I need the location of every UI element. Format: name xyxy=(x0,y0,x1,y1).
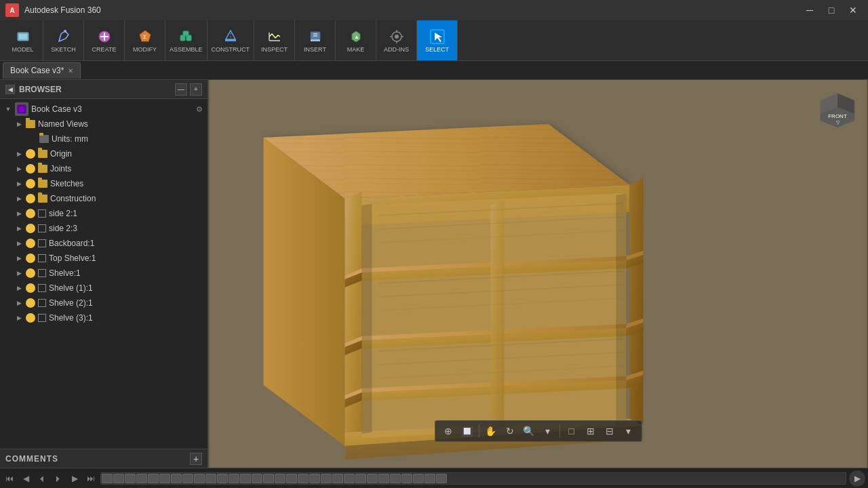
construction-expand-icon[interactable]: ▶ xyxy=(14,193,24,204)
browser-collapse-all-button[interactable]: — xyxy=(175,83,187,96)
named-views-expand-icon[interactable]: ▶ xyxy=(14,119,24,129)
timeline-thumb-30[interactable] xyxy=(436,474,447,483)
timeline-thumb-21[interactable] xyxy=(332,474,343,483)
tool-addins[interactable]: ADD-INS xyxy=(376,20,417,60)
timeline-thumb-28[interactable] xyxy=(413,474,424,483)
timeline-thumb-18[interactable] xyxy=(298,474,309,483)
topshelve-visibility-icon[interactable] xyxy=(26,253,35,263)
shelve31-visibility-icon[interactable] xyxy=(26,313,35,323)
timeline-thumb-5[interactable] xyxy=(148,474,159,483)
tool-modify[interactable]: Σ MODIFY xyxy=(125,20,165,60)
tree-item-side21[interactable]: ▶ side 2:1 xyxy=(0,206,208,221)
timeline-thumb-17[interactable] xyxy=(286,474,297,483)
tool-assemble[interactable]: ASSEMBLE xyxy=(165,20,208,60)
timeline-thumb-13[interactable] xyxy=(240,474,251,483)
timeline-thumb-4[interactable] xyxy=(136,474,147,483)
timeline-thumb-20[interactable] xyxy=(321,474,332,483)
tree-item-named-views[interactable]: ▶ Named Views xyxy=(0,117,208,131)
timeline-thumb-29[interactable] xyxy=(425,474,435,483)
shelve31-expand-icon[interactable]: ▶ xyxy=(14,312,24,323)
tree-item-construction[interactable]: ▶ Construction xyxy=(0,191,208,206)
sketches-expand-icon[interactable]: ▶ xyxy=(14,178,24,189)
construction-visibility-icon[interactable] xyxy=(26,194,35,203)
timeline-thumb-16[interactable] xyxy=(275,474,285,483)
timeline-last-button[interactable]: ⏭ xyxy=(84,472,98,485)
viewport[interactable]: FRONT ▽ ⊕ 🔲 ✋ ↻ 🔍 ▾ □ ⊞ ⊟ ▾ xyxy=(208,80,868,468)
maximize-button[interactable]: □ xyxy=(822,3,841,17)
timeline-thumb-22[interactable] xyxy=(344,474,355,483)
backboard-expand-icon[interactable]: ▶ xyxy=(14,238,24,249)
nav-shadows-button[interactable]: ⊟ xyxy=(601,422,618,440)
shelve11-visibility-icon[interactable] xyxy=(26,283,35,293)
timeline-track[interactable] xyxy=(100,472,846,485)
tree-item-topshelve[interactable]: ▶ Top Shelve:1 xyxy=(0,251,208,266)
timeline-thumb-23[interactable] xyxy=(355,474,366,483)
tool-make[interactable]: ▲ MAKE xyxy=(336,20,376,60)
tool-select[interactable]: SELECT xyxy=(417,20,458,60)
tool-create[interactable]: CREATE xyxy=(84,20,125,60)
timeline-thumb-7[interactable] xyxy=(171,474,182,483)
shelve21-expand-icon[interactable]: ▶ xyxy=(14,298,24,308)
nav-orbit-icon[interactable]: ↻ xyxy=(501,422,519,440)
minimize-button[interactable]: ─ xyxy=(800,3,819,17)
timeline-play-forward-button[interactable]: ⏵ xyxy=(52,472,65,485)
shelve21-visibility-icon[interactable] xyxy=(26,298,35,308)
shelve1-visibility-icon[interactable] xyxy=(26,268,35,278)
origin-visibility-icon[interactable] xyxy=(26,149,35,159)
side23-expand-icon[interactable]: ▶ xyxy=(14,223,24,234)
timeline-play-back-button[interactable]: ⏴ xyxy=(35,472,49,485)
tool-insert[interactable]: INSERT xyxy=(295,20,336,60)
nav-shadows-dropdown[interactable]: ▾ xyxy=(620,422,637,440)
timeline-thumb-14[interactable] xyxy=(252,474,262,483)
timeline-thumb-15[interactable] xyxy=(263,474,274,483)
timeline-thumb-3[interactable] xyxy=(125,474,136,483)
tool-model[interactable]: MODEL xyxy=(3,20,43,60)
origin-expand-icon[interactable]: ▶ xyxy=(14,148,24,159)
tool-sketch[interactable]: SKETCH xyxy=(43,20,84,60)
tree-item-origin[interactable]: ▶ Origin xyxy=(0,146,208,161)
timeline-thumb-2[interactable] xyxy=(113,474,124,483)
timeline-thumb-8[interactable] xyxy=(182,474,193,483)
timeline-thumb-19[interactable] xyxy=(309,474,320,483)
timeline-play-button[interactable]: ▶ xyxy=(849,470,865,487)
timeline-thumb-25[interactable] xyxy=(378,474,389,483)
timeline-thumb-11[interactable] xyxy=(217,474,228,483)
timeline-next-button[interactable]: ▶ xyxy=(68,472,81,485)
timeline-thumb-24[interactable] xyxy=(367,474,378,483)
tree-item-shelve31[interactable]: ▶ Shelve (3):1 xyxy=(0,310,208,325)
timeline-thumb-12[interactable] xyxy=(229,474,239,483)
timeline-thumb-27[interactable] xyxy=(401,474,412,483)
topshelve-expand-icon[interactable]: ▶ xyxy=(14,253,24,264)
tool-inspect[interactable]: INSPECT xyxy=(254,20,295,60)
joints-visibility-icon[interactable] xyxy=(26,164,35,174)
sidebar-collapse-button[interactable]: ◀ xyxy=(5,85,15,94)
tree-item-backboard[interactable]: ▶ Backboard:1 xyxy=(0,236,208,251)
nav-fit-icon[interactable]: ⊕ xyxy=(439,422,457,440)
tree-root[interactable]: ▼ Book Case v3 ⚙ xyxy=(0,102,208,117)
timeline-first-button[interactable]: ⏮ xyxy=(3,472,16,485)
side21-expand-icon[interactable]: ▶ xyxy=(14,208,24,219)
tree-item-units[interactable]: ▶ Units: mm xyxy=(0,131,208,146)
browser-expand-all-button[interactable]: + xyxy=(190,83,202,96)
viewcube[interactable]: FRONT ▽ xyxy=(814,87,861,134)
shelve11-expand-icon[interactable]: ▶ xyxy=(14,283,24,293)
nav-pan-icon[interactable]: ✋ xyxy=(482,422,500,440)
joints-expand-icon[interactable]: ▶ xyxy=(14,163,24,174)
timeline-thumb-1[interactable] xyxy=(102,474,113,483)
tree-settings-icon[interactable]: ⚙ xyxy=(194,104,205,115)
document-tab[interactable]: Book Case v3* ✕ xyxy=(3,62,81,79)
tree-root-expand[interactable]: ▼ xyxy=(3,104,14,115)
tree-item-shelve21[interactable]: ▶ Shelve (2):1 xyxy=(0,296,208,310)
shelve1-expand-icon[interactable]: ▶ xyxy=(14,268,24,279)
side21-visibility-icon[interactable] xyxy=(26,209,35,218)
sketches-visibility-icon[interactable] xyxy=(26,179,35,188)
side23-visibility-icon[interactable] xyxy=(26,224,35,233)
tree-item-shelve11[interactable]: ▶ Shelve (1):1 xyxy=(0,281,208,296)
timeline-thumb-26[interactable] xyxy=(390,474,401,483)
tree-item-side23[interactable]: ▶ side 2:3 xyxy=(0,221,208,236)
close-button[interactable]: ✕ xyxy=(844,3,863,17)
nav-zoom-icon[interactable]: 🔍 xyxy=(520,422,538,440)
timeline-thumb-6[interactable] xyxy=(159,474,170,483)
comments-add-button[interactable]: + xyxy=(190,453,202,465)
tab-close-button[interactable]: ✕ xyxy=(68,67,73,75)
